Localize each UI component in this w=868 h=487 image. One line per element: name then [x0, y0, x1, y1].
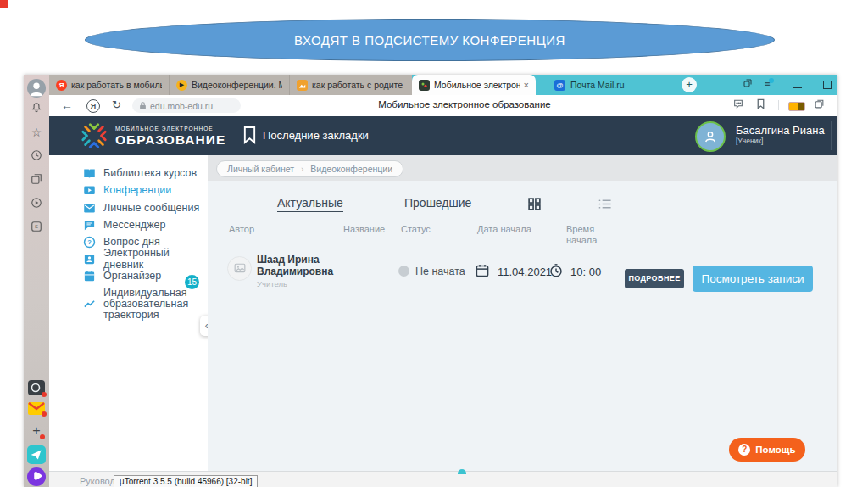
messenger-icon[interactable]: [27, 445, 46, 464]
history-clock-icon[interactable]: [30, 149, 43, 163]
question-mark-icon: ?: [738, 444, 750, 456]
yandex-favicon: Я: [56, 80, 67, 91]
breadcrumb-current[interactable]: Видеоконференции: [310, 164, 392, 174]
table-divider: [219, 249, 827, 249]
tab-close-icon[interactable]: ×: [524, 80, 529, 90]
browser-tab-1[interactable]: Я как работать в мобильно: [49, 75, 170, 95]
notification-dot: [42, 411, 47, 417]
browser-address-bar: ← Я ↻ edu.mob-edu.ru Мобильное электронн…: [49, 95, 837, 117]
sidebar-item-messenger[interactable]: Мессенджер: [49, 216, 208, 233]
author-name: Шаад Ирина Владимировна: [257, 255, 359, 277]
author-role: Учитель: [257, 279, 287, 288]
translate-icon[interactable]: [732, 98, 744, 113]
tab-actual[interactable]: Актуальные: [277, 196, 343, 212]
url-text: edu.mob-edu.ru: [150, 101, 213, 111]
breadcrumb-home[interactable]: Личный кабинет: [227, 164, 294, 174]
breadcrumb: Личный кабинет › Видеоконференции: [216, 160, 403, 177]
bookmarks-label[interactable]: Последние закладки: [263, 129, 369, 142]
author-avatar-placeholder: [227, 256, 252, 281]
new-tab-button[interactable]: +: [682, 77, 697, 92]
bookmarks-icon[interactable]: [242, 126, 257, 148]
column-header-time: Время начала: [566, 224, 607, 246]
notification-dot: [40, 434, 45, 439]
sidebar-item-conferences[interactable]: Конференции: [49, 182, 208, 199]
id-card-icon: [83, 253, 96, 266]
tabs-panel-icon[interactable]: [30, 173, 43, 187]
calendar-outline-icon: [475, 263, 490, 282]
services-s-icon[interactable]: S: [30, 221, 43, 234]
sidebar-item-messages[interactable]: Личные сообщения: [49, 199, 208, 216]
browser-tab-5[interactable]: @ Почта Mail.ru: [546, 75, 665, 95]
refresh-button[interactable]: ↻: [112, 98, 121, 112]
view-records-button[interactable]: Посмотреть записи: [693, 266, 813, 292]
trend-line-icon: [83, 298, 96, 311]
user-name: Басалгина Риана: [736, 124, 825, 137]
brand-subtitle: МОБИЛЬНОЕ ЭЛЕКТРОННОЕ: [115, 126, 214, 132]
collections-icon[interactable]: [814, 98, 825, 113]
messages-badge: 15: [185, 275, 199, 289]
list-view-icon[interactable]: [598, 198, 612, 214]
window-restore-button[interactable]: [821, 78, 834, 92]
favorites-star-icon[interactable]: ☆: [30, 126, 43, 139]
profile-avatar-icon[interactable]: [27, 79, 46, 98]
header-divider: [831, 121, 832, 150]
envelope-icon: [83, 202, 96, 215]
tab-past[interactable]: Прошедшие: [404, 196, 471, 210]
yandex-home-button[interactable]: Я: [86, 98, 100, 113]
bookmark-flag-icon[interactable]: [756, 98, 765, 113]
notifications-bell-icon[interactable]: [30, 102, 43, 115]
details-button[interactable]: ПОДРОБНЕЕ: [625, 269, 684, 288]
clock-outline-icon: [548, 263, 564, 282]
browser-side-panel: ☆ S +: [24, 75, 49, 487]
window-minimize-button[interactable]: [791, 78, 804, 92]
user-role: [Ученик]: [736, 137, 763, 145]
book-icon: [83, 167, 96, 180]
chevron-right-icon: ›: [301, 165, 303, 174]
start-date: 11.04.2021: [498, 266, 552, 278]
chat-icon: [83, 219, 96, 232]
screen-capture-icon[interactable]: [28, 380, 45, 395]
app-sidebar: Библиотека курсов Конференции Личные соо…: [49, 155, 209, 471]
column-header-status: Статус: [401, 224, 431, 234]
help-button-label: Помощь: [755, 445, 795, 455]
breadcrumb-bar: Личный кабинет › Видеоконференции: [208, 155, 837, 181]
browser-tab-3[interactable]: как работать с родителям: [290, 75, 410, 95]
url-field[interactable]: edu.mob-edu.ru: [132, 98, 241, 113]
tab-groups-icon[interactable]: [741, 78, 754, 92]
user-avatar[interactable]: [695, 121, 726, 152]
mailru-favicon: @: [554, 80, 565, 91]
back-button[interactable]: ←: [61, 98, 73, 112]
browser-menu-icon[interactable]: ≡: [760, 78, 774, 92]
column-header-author: Автор: [229, 224, 254, 234]
sidebar-item-diary[interactable]: Электронный дневник: [49, 250, 208, 267]
utorrent-tooltip: µTorrent 3.5.5 (build 45966) [32-bit]: [114, 475, 258, 487]
column-header-date: Дата начала: [477, 224, 531, 234]
meo-logo-icon[interactable]: [80, 121, 108, 154]
app-header: МОБИЛЬНОЕ ЭЛЕКТРОННОЕ ОБРАЗОВАНИЕ Послед…: [49, 116, 837, 155]
media-play-icon[interactable]: [30, 197, 43, 210]
browser-tab-2[interactable]: ▶ Видеоконференции. Моб: [170, 75, 290, 95]
meo-favicon: [419, 80, 430, 91]
grid-view-icon[interactable]: [527, 197, 542, 215]
sidebar-item-library[interactable]: Библиотека курсов: [49, 165, 208, 182]
main-content: Личный кабинет › Видеоконференции Актуал…: [208, 155, 837, 471]
help-button[interactable]: ? Помощь: [729, 438, 805, 462]
footer-strip: Руковод µTorrent 3.5.5 (build 45966) [32…: [49, 471, 837, 487]
slide-caption-ellipse: ВХОДЯТ В ПОДСИСТЕМУ КОНФЕРЕНЦИЯ: [85, 19, 775, 61]
start-time: 10: 00: [570, 266, 601, 278]
svg-text:S: S: [35, 224, 38, 229]
sidebar-item-trajectory[interactable]: Индивидуальная образовательная траектори…: [49, 284, 208, 323]
video-icon: [83, 184, 96, 197]
slide-caption-text: ВХОДЯТ В ПОДСИСТЕМУ КОНФЕРЕНЦИЯ: [294, 33, 565, 48]
footer-guide-link[interactable]: Руковод: [80, 476, 115, 486]
browser-tab-active[interactable]: Мобильное электронн ×: [412, 75, 536, 95]
battery-saver-icon[interactable]: [788, 102, 805, 111]
taskbar-icon-peek: [458, 469, 466, 474]
sidebar-item-organizer[interactable]: Органайзер: [49, 267, 208, 284]
yandex-mail-icon[interactable]: [28, 402, 45, 415]
notification-dot: [769, 78, 774, 83]
lock-icon: [139, 101, 147, 110]
add-panel-plus-icon[interactable]: +: [30, 424, 43, 438]
alice-assistant-icon[interactable]: [27, 467, 46, 486]
status-dot-icon: [398, 266, 409, 277]
